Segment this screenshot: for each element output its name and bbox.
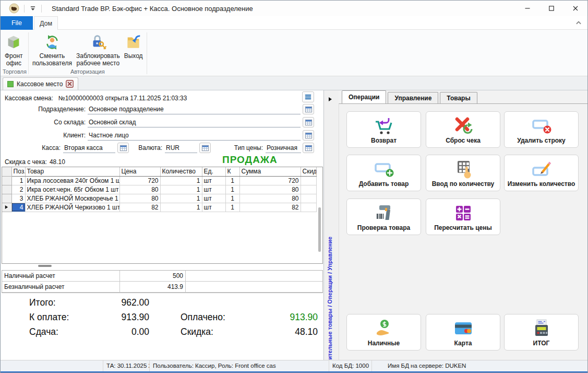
- maximize-button[interactable]: [539, 1, 563, 16]
- close-tab-icon[interactable]: [66, 80, 74, 88]
- field-picker-button[interactable]: [303, 130, 314, 141]
- ribbon-button-label: Выход: [124, 52, 143, 60]
- ribbon-button-lock-workstation[interactable]: Заблокировать рабочее место: [74, 32, 122, 68]
- cart-return-icon: [374, 115, 394, 136]
- row-selector-cell: [2, 194, 11, 203]
- row-selector-cell: [2, 176, 11, 185]
- ribbon-button-change-user[interactable]: Сменить пользователя: [30, 32, 74, 68]
- ribbon-button-front-office[interactable]: Фронт офис: [3, 32, 25, 68]
- document-tab-label: Кассовое место: [17, 80, 63, 88]
- cell: 80: [239, 185, 301, 194]
- ribbon-button-exit[interactable]: Выход: [122, 32, 145, 61]
- column-header[interactable]: Сумма: [239, 167, 301, 176]
- window-title: Standard Trade BP. Бэк-офис + Касса. Осн…: [52, 5, 253, 13]
- column-header[interactable]: Поз.: [11, 167, 25, 176]
- status-ta: ТА: 30.11.2025 23:5: [103, 360, 150, 371]
- operations-tabs: ОперацииУправлениеТовары: [339, 90, 588, 103]
- quick-access-dropdown-icon[interactable]: [29, 5, 37, 12]
- column-header[interactable]: Количество: [160, 167, 202, 176]
- expand-panel-icon[interactable]: [328, 95, 335, 102]
- barcode-scanner-icon: [374, 203, 394, 224]
- inline-field-1-input[interactable]: RUR: [165, 143, 197, 153]
- tab-home[interactable]: Дом: [34, 16, 58, 30]
- delete-row-icon: [531, 115, 552, 136]
- button-reset-receipt[interactable]: Сброс чека: [426, 111, 500, 148]
- cell: 1: [11, 176, 25, 185]
- inline-field-2-input[interactable]: Розничная: [266, 143, 301, 153]
- table-row[interactable]: 1Икра лососевая 240г Обком 1 шт7201шт172…: [2, 176, 316, 185]
- close-button[interactable]: [563, 1, 587, 16]
- column-header[interactable]: Товар: [25, 167, 119, 176]
- sale-mode-banner: ПРОДАЖА: [222, 154, 278, 166]
- field-0-input[interactable]: Основное подразделение: [88, 104, 301, 114]
- tab-товары[interactable]: Товары: [440, 92, 477, 103]
- to-pay-value: 913.90: [79, 312, 149, 323]
- button-delete-row[interactable]: Удалить строку: [504, 111, 579, 148]
- cell: 80: [119, 194, 160, 203]
- field-picker-button[interactable]: [303, 117, 314, 127]
- add-item-icon: [374, 159, 394, 180]
- field-label: Тип цены:: [230, 144, 263, 151]
- button-add-item[interactable]: Добавить товар: [346, 155, 421, 191]
- field-picker-button[interactable]: [303, 104, 314, 114]
- cell: [301, 203, 316, 212]
- ribbon-group-separator: [28, 32, 29, 74]
- button-recalculate-prices[interactable]: Пересчитать цены: [426, 199, 500, 235]
- payment-amount: 500: [120, 271, 186, 282]
- items-table-scrollbar[interactable]: [318, 207, 321, 252]
- ribbon-collapse-button[interactable]: [575, 19, 582, 27]
- cell: 82: [119, 203, 160, 212]
- minimize-button[interactable]: [515, 1, 539, 16]
- payment-type-label: Наличный расчет: [2, 271, 120, 282]
- button-label: Пересчитать цены: [434, 224, 492, 231]
- button-edit-quantity[interactable]: Изменить количество: [504, 155, 579, 191]
- field-picker-button[interactable]: [303, 143, 314, 153]
- exit-icon: [125, 33, 142, 51]
- button-cash[interactable]: Наличные: [346, 314, 421, 351]
- total-label: Итого:: [29, 297, 56, 308]
- column-header[interactable]: К: [225, 167, 239, 176]
- reset-receipt-icon: [453, 115, 474, 136]
- cell: ХЛЕБ РЖАНОЙ Москворечье 1 шт: [25, 194, 119, 203]
- receipt-menu-button[interactable]: [302, 91, 314, 102]
- table-row[interactable]: 2Икра осет.черн. 65г Обком 1 шт801шт180: [2, 185, 316, 194]
- receipt-total-icon: [531, 318, 552, 339]
- button-quantity-input[interactable]: Ввод по количеству: [426, 155, 500, 191]
- field-1-input[interactable]: Основной склад: [88, 117, 301, 127]
- field-picker-button[interactable]: [117, 143, 129, 153]
- button-cart-return[interactable]: Возврат: [346, 111, 421, 148]
- cell: шт: [202, 176, 225, 185]
- totals-area: Итого: 962.00 К оплате: 913.90 Оплачено:…: [1, 294, 324, 346]
- column-header[interactable]: Скид: [301, 167, 316, 176]
- payment-row[interactable]: Безналичный расчет413.9: [2, 282, 322, 293]
- tab-операции[interactable]: Операции: [342, 90, 386, 103]
- window-controls: [515, 1, 587, 16]
- cell: 82: [239, 203, 301, 212]
- row-selector-cell: [2, 185, 11, 194]
- payment-row[interactable]: Наличный расчет500: [2, 271, 322, 282]
- tab-cash-workplace[interactable]: Кассовое место: [3, 77, 78, 90]
- splitter-handle[interactable]: [38, 265, 52, 267]
- column-header[interactable]: Цена: [119, 167, 160, 176]
- file-tab[interactable]: File: [1, 16, 33, 30]
- cash-icon: [374, 318, 394, 339]
- tab-управление[interactable]: Управление: [388, 92, 438, 103]
- table-row[interactable]: 3ХЛЕБ РЖАНОЙ Москворечье 1 шт801шт180: [2, 194, 316, 203]
- button-label: Наличные: [368, 340, 400, 347]
- button-label: Ввод по количеству: [432, 180, 495, 188]
- button-label: Изменить количество: [508, 180, 575, 188]
- button-card[interactable]: Карта: [426, 314, 500, 351]
- field-picker-button[interactable]: [199, 143, 211, 153]
- title-bar: Standard Trade BP. Бэк-офис + Касса. Осн…: [1, 1, 587, 16]
- field-2-input[interactable]: Частное лицо: [88, 130, 301, 141]
- table-row[interactable]: 4ХЛЕБ РЖАНОЙ Черкизово 1 шт821шт182: [2, 203, 316, 212]
- change-value: 0.00: [79, 327, 149, 337]
- main-area: Кассовая смена: №10000000003 открыта 17.…: [1, 90, 587, 360]
- button-barcode-scanner[interactable]: Проверка товара: [346, 199, 421, 235]
- cell: 1: [160, 185, 202, 194]
- button-receipt-total[interactable]: ИТОГ: [504, 314, 579, 351]
- column-header[interactable]: Ед.: [202, 167, 225, 176]
- front-office-icon: [5, 33, 22, 51]
- field-label: Со склада:: [5, 119, 86, 126]
- inline-field-0-input[interactable]: Вторая касса: [63, 143, 115, 153]
